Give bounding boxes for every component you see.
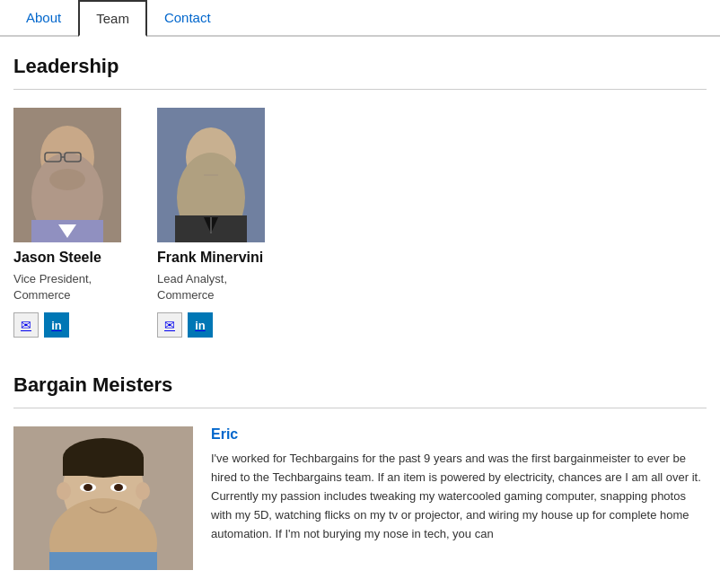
leadership-title: Leadership bbox=[13, 55, 707, 78]
linkedin-link-frank[interactable]: in bbox=[188, 312, 213, 338]
bargain-name-eric: Eric bbox=[211, 426, 707, 443]
email-icon: ✉ bbox=[21, 318, 31, 332]
svg-point-25 bbox=[83, 484, 92, 491]
member-photo-frank bbox=[157, 108, 265, 242]
email-link-frank[interactable]: ✉ bbox=[157, 312, 182, 338]
tab-about[interactable]: About bbox=[9, 0, 78, 37]
member-photo-eric bbox=[13, 426, 193, 570]
member-photo-jason bbox=[13, 108, 121, 242]
member-name-jason: Jason Steele bbox=[13, 250, 139, 266]
svg-point-21 bbox=[57, 482, 71, 500]
linkedin-icon-text: in bbox=[51, 319, 62, 332]
svg-point-26 bbox=[114, 484, 123, 491]
bargain-bio-eric: I've worked for Techbargains for the pas… bbox=[211, 450, 707, 543]
tab-contact[interactable]: Contact bbox=[147, 0, 228, 37]
social-links-jason: ✉ in bbox=[13, 312, 139, 338]
email-icon-frank: ✉ bbox=[164, 318, 175, 332]
member-card-frank: Frank Minervini Lead Analyst, Commerce ✉… bbox=[157, 108, 283, 338]
linkedin-icon-text-frank: in bbox=[195, 319, 206, 332]
linkedin-link-jason[interactable]: in bbox=[44, 312, 69, 338]
bargain-title: Bargain Meisters bbox=[13, 373, 707, 397]
tab-team[interactable]: Team bbox=[78, 0, 147, 37]
svg-point-22 bbox=[136, 482, 150, 500]
bargain-member-eric: Eric I've worked for Techbargains for th… bbox=[13, 426, 707, 570]
social-links-frank: ✉ in bbox=[157, 312, 283, 338]
svg-point-6 bbox=[49, 169, 85, 190]
main-content: Leadership bbox=[0, 37, 720, 588]
bargain-info-eric: Eric I've worked for Techbargains for th… bbox=[211, 426, 707, 570]
member-card-jason: Jason Steele Vice President, Commerce ✉ … bbox=[13, 108, 139, 338]
svg-rect-27 bbox=[49, 552, 157, 570]
nav-tabs: About Team Contact bbox=[0, 0, 720, 37]
svg-rect-20 bbox=[63, 458, 144, 476]
member-title-frank: Lead Analyst, Commerce bbox=[157, 271, 283, 303]
email-link-jason[interactable]: ✉ bbox=[13, 312, 39, 338]
bargain-divider bbox=[13, 408, 707, 408]
leadership-divider bbox=[13, 89, 707, 90]
member-title-jason: Vice President, Commerce bbox=[13, 271, 139, 303]
member-name-frank: Frank Minervini bbox=[157, 250, 283, 266]
leadership-grid: Jason Steele Vice President, Commerce ✉ … bbox=[13, 108, 707, 338]
bargain-section: Bargain Meisters bbox=[13, 373, 707, 570]
